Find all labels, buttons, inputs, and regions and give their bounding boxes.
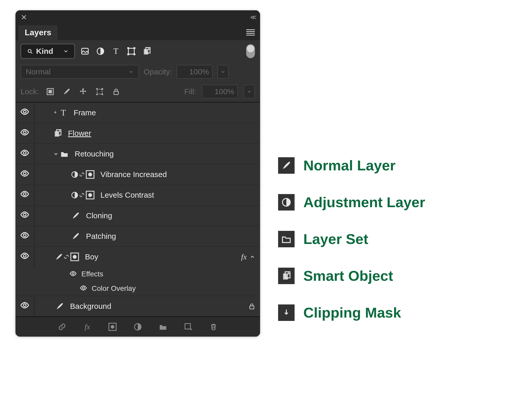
color-overlay-label: Color Overlay [92, 285, 136, 292]
smartobject-icon [278, 268, 295, 284]
layer-list: Frame Flower Retouching [15, 102, 260, 316]
visibility-toggle[interactable] [20, 251, 31, 262]
layer-row[interactable]: Cloning [15, 205, 260, 226]
lock-all-icon[interactable] [111, 86, 122, 97]
legend-row: Adjustment Layer [278, 194, 425, 211]
folder-icon [59, 149, 70, 159]
filter-kind-label: Kind [36, 47, 53, 55]
legend-label: Layer Set [303, 231, 368, 247]
fx-badge[interactable]: fx [241, 253, 247, 261]
lock-artboard-icon[interactable] [94, 86, 105, 97]
fill-input[interactable]: 100% [202, 85, 238, 99]
close-icon[interactable] [21, 14, 27, 21]
layers-panel: << Layers Kind [15, 10, 260, 337]
layer-name: Boy [85, 253, 98, 261]
fill-label: Fill: [184, 88, 196, 95]
layer-name: Retouching [75, 150, 114, 158]
legend: Normal Layer Adjustment Layer Layer Set … [278, 10, 425, 321]
opacity-input[interactable]: 100% [177, 65, 213, 79]
brush-icon [71, 231, 81, 241]
panel-bottom-bar: fx [15, 316, 260, 337]
layer-row[interactable]: Patching [15, 226, 260, 246]
tab-layers[interactable]: Layers [19, 25, 57, 40]
filter-toggle[interactable] [246, 44, 255, 58]
lock-label: Lock: [21, 88, 39, 95]
visibility-toggle[interactable] [20, 231, 31, 242]
link-icon [63, 252, 70, 262]
adjustment-icon [278, 194, 295, 211]
folder-icon [278, 231, 295, 247]
brush-icon [55, 301, 65, 311]
new-group-icon[interactable] [158, 322, 168, 332]
layer-row[interactable]: Levels Contrast [15, 185, 260, 205]
filter-type-icon[interactable] [110, 46, 121, 57]
brush-icon [278, 157, 295, 174]
filter-row: Kind [21, 40, 255, 62]
lock-paint-icon[interactable] [61, 86, 72, 97]
group-disclosure-icon[interactable] [53, 149, 59, 159]
legend-row: Layer Set [278, 231, 425, 247]
filter-smartobject-icon[interactable] [141, 46, 152, 57]
adjustment-icon [71, 169, 79, 180]
visibility-toggle[interactable] [80, 284, 88, 293]
new-adjustment-icon[interactable] [133, 322, 143, 332]
layer-name: Cloning [86, 212, 112, 220]
brush-icon [71, 211, 81, 221]
blend-row: Normal Opacity: 100% [21, 62, 255, 81]
fx-disclosure-icon[interactable] [249, 252, 255, 262]
layermask-icon [85, 190, 95, 200]
fill-slider-toggle[interactable] [244, 85, 255, 99]
layer-name: Patching [86, 232, 116, 240]
layer-name: Frame [74, 109, 96, 117]
add-mask-icon[interactable] [107, 322, 118, 332]
legend-label: Normal Layer [303, 157, 396, 174]
new-layer-icon[interactable] [183, 322, 193, 332]
layer-row[interactable]: Background [15, 296, 260, 316]
collapse-panel-icon[interactable]: << [250, 14, 255, 21]
layermask-icon [85, 169, 95, 180]
layer-row[interactable]: Retouching [15, 143, 260, 164]
layer-name: Vibrance Increased [100, 171, 167, 178]
legend-label: Clipping Mask [303, 304, 401, 321]
fx-icon[interactable]: fx [82, 322, 92, 332]
visibility-toggle[interactable] [20, 189, 31, 201]
visibility-toggle[interactable] [20, 148, 31, 160]
fx-coloroverlay-row[interactable]: Color Overlay [15, 281, 260, 296]
legend-label: Adjustment Layer [303, 194, 425, 211]
legend-row: Smart Object [278, 267, 425, 284]
clipmask-icon [53, 108, 58, 118]
visibility-toggle[interactable] [20, 128, 31, 139]
brush-icon [55, 252, 63, 262]
fx-effects-row[interactable]: Effects [15, 267, 260, 281]
effects-label: Effects [81, 270, 103, 278]
delete-layer-icon[interactable] [208, 322, 219, 332]
lock-transparent-icon[interactable] [45, 86, 56, 97]
visibility-toggle[interactable] [20, 210, 31, 221]
smartobject-icon [53, 128, 63, 138]
filter-shape-icon[interactable] [126, 46, 137, 57]
link-layers-icon[interactable] [57, 322, 67, 332]
visibility-toggle[interactable] [70, 270, 78, 278]
filter-adjustment-icon[interactable] [95, 46, 106, 57]
filter-kind-dropdown[interactable]: Kind [21, 44, 75, 59]
layer-name: Background [70, 302, 111, 310]
lock-row: Lock: Fill: 100% [21, 81, 255, 102]
layer-name: Flower [68, 129, 91, 137]
legend-label: Smart Object [303, 267, 393, 284]
opacity-slider-toggle[interactable] [217, 65, 229, 79]
type-layer-icon [58, 108, 68, 118]
opacity-label: Opacity: [144, 68, 172, 76]
visibility-toggle[interactable] [20, 107, 31, 118]
visibility-toggle[interactable] [20, 301, 31, 312]
link-icon [79, 190, 85, 200]
layer-row[interactable]: Flower [15, 123, 260, 143]
filter-pixel-icon[interactable] [80, 46, 90, 57]
blend-mode-value: Normal [26, 68, 51, 76]
panel-menu-icon[interactable] [246, 29, 255, 36]
layer-row[interactable]: Vibrance Increased [15, 164, 260, 185]
layer-row[interactable]: Frame [15, 103, 260, 123]
lock-position-icon[interactable] [78, 86, 89, 97]
visibility-toggle[interactable] [20, 169, 31, 180]
blend-mode-dropdown[interactable]: Normal [21, 65, 139, 79]
layer-row[interactable]: Boy fx [15, 246, 260, 267]
